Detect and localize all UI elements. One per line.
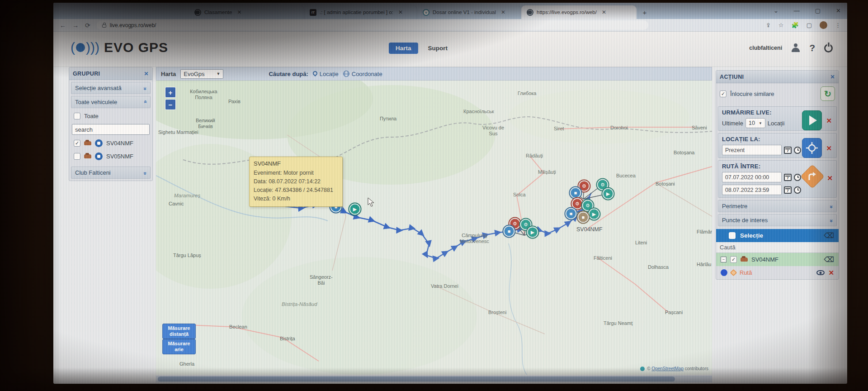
calendar-icon[interactable]: 7 bbox=[784, 147, 792, 154]
nav-suport-link[interactable]: Suport bbox=[428, 45, 448, 52]
backspace-clear-icon[interactable]: ⌫ bbox=[824, 255, 834, 264]
selected-vehicle-checkbox[interactable]: ✓ bbox=[730, 256, 737, 263]
map-canvas[interactable]: + − SV04NMF Eveniment: Motor pornit Data… bbox=[156, 81, 712, 375]
clock-icon[interactable] bbox=[794, 147, 801, 154]
toate-checkbox[interactable] bbox=[74, 113, 80, 119]
map-marker-teal-play[interactable]: ▶ bbox=[527, 227, 538, 238]
browser-profile-avatar[interactable] bbox=[820, 21, 827, 29]
window-minimize-button[interactable]: — bbox=[794, 7, 800, 14]
vehicle-status-icon bbox=[95, 139, 103, 147]
map-marker-red-gear[interactable]: ⚙ bbox=[572, 198, 583, 210]
vehicle-search-input[interactable]: search bbox=[72, 124, 150, 135]
window-dropdown-icon[interactable]: ⌄ bbox=[774, 7, 778, 14]
red-gear-icon: ⚙ bbox=[582, 184, 586, 189]
calendar-icon[interactable]: 7 bbox=[784, 174, 792, 181]
map-horizontal-scrollbar[interactable] bbox=[156, 376, 712, 382]
extensions-icon[interactable]: 🧩 bbox=[791, 22, 798, 29]
help-icon[interactable]: ? bbox=[809, 43, 815, 53]
nav-harta-button[interactable]: Harta bbox=[389, 43, 418, 54]
toate-checkbox-row[interactable]: Toate bbox=[69, 110, 152, 122]
url-field[interactable]: live.evogps.ro/web/ bbox=[97, 20, 648, 30]
map-marker-blue-square[interactable]: ■ bbox=[566, 208, 577, 219]
tab-clasamente[interactable]: Clasamente ✕ bbox=[189, 5, 304, 19]
window-close-button[interactable]: ✕ bbox=[836, 7, 841, 14]
clock-icon[interactable] bbox=[794, 174, 801, 181]
new-tab-button[interactable]: + bbox=[639, 7, 650, 18]
selected-vehicle-row[interactable]: − ✓ SV04NMF ⌫ bbox=[716, 253, 839, 266]
map-marker-teal-play[interactable]: ▶ bbox=[603, 188, 614, 200]
vehicle-row-sv04nmf[interactable]: ✓ SV04NMF bbox=[69, 137, 152, 150]
groups-panel-close-icon[interactable]: ✕ bbox=[144, 71, 149, 77]
vehicle-status-icon bbox=[95, 153, 103, 160]
map-marker-brown-square[interactable]: ■ bbox=[578, 212, 589, 223]
bookmark-star-icon[interactable]: ☆ bbox=[778, 22, 784, 29]
zoom-in-button[interactable]: + bbox=[165, 87, 176, 98]
map-marker-blue-square[interactable]: ■ bbox=[504, 226, 515, 237]
window-restore-button[interactable]: ▢ bbox=[815, 7, 821, 14]
zoom-out-button[interactable]: − bbox=[165, 99, 176, 110]
live-play-button[interactable] bbox=[802, 110, 822, 130]
location-cancel-x-icon[interactable]: ✕ bbox=[826, 144, 832, 153]
search-by-coordinates[interactable]: Coordonate bbox=[343, 71, 382, 77]
backspace-clear-icon[interactable]: ⌫ bbox=[824, 231, 834, 240]
vehicle-row-sv05nmf[interactable]: SV05NMF bbox=[69, 150, 152, 163]
map-marker-teal-play[interactable]: ▶ bbox=[349, 204, 361, 215]
location-at-input[interactable]: Prezent bbox=[722, 145, 782, 155]
tab-close-icon[interactable]: ✕ bbox=[398, 9, 403, 15]
user-icon[interactable] bbox=[791, 43, 800, 52]
calendar-icon[interactable]: 7 bbox=[784, 186, 792, 194]
back-button[interactable]: ← bbox=[60, 22, 66, 29]
advanced-selection-row[interactable]: Selecție avansată » bbox=[71, 82, 151, 94]
visibility-eye-icon[interactable] bbox=[816, 270, 825, 275]
tab-close-icon[interactable]: ✕ bbox=[237, 9, 241, 15]
route-color-dot[interactable] bbox=[721, 269, 727, 276]
sidebar-icon[interactable]: ▢ bbox=[807, 22, 812, 29]
actions-panel-close-icon[interactable]: ✕ bbox=[830, 74, 835, 80]
all-vehicles-row[interactable]: Toate vehiculele » bbox=[71, 96, 151, 108]
share-icon[interactable]: ⇪ bbox=[766, 22, 771, 29]
similar-replace-checkbox[interactable]: ✓ bbox=[720, 91, 726, 97]
tab-dosar-online[interactable]: v Dosar online V1 - individual ✕ bbox=[417, 5, 521, 19]
poi-row[interactable]: Puncte de interes » bbox=[718, 214, 837, 226]
route-layer-row[interactable]: Rută ✕ bbox=[716, 266, 839, 279]
selection-row[interactable]: Selecție ⌫ bbox=[716, 229, 839, 242]
measure-area-button[interactable]: Măsurare arie bbox=[162, 339, 196, 354]
locations-count-select[interactable]: 10 ▼ bbox=[745, 118, 765, 128]
club-falticeni-row[interactable]: Club Falticeni » bbox=[71, 167, 151, 179]
perimeters-row[interactable]: Perimetre » bbox=[718, 200, 837, 212]
refresh-button[interactable]: ↻ bbox=[821, 86, 835, 101]
logout-power-icon[interactable] bbox=[824, 44, 833, 52]
search-by-location[interactable]: Locație bbox=[313, 71, 339, 77]
openstreetmap-link[interactable]: OpenStreetMap bbox=[651, 366, 684, 371]
locations-label: Locații bbox=[768, 120, 785, 127]
tab-close-icon[interactable]: ✕ bbox=[501, 9, 505, 15]
live-cancel-x-icon[interactable]: ✕ bbox=[826, 117, 832, 125]
route-delete-x-icon[interactable]: ✕ bbox=[828, 269, 834, 277]
vehicle-checkbox-checked[interactable]: ✓ bbox=[74, 140, 80, 147]
route-to-input[interactable]: 08.07.2022 23:59 bbox=[722, 185, 782, 195]
measure-distance-button[interactable]: Măsurare distanță bbox=[162, 324, 196, 339]
locate-target-button[interactable] bbox=[802, 138, 822, 158]
map-type-select[interactable]: EvoGps ▼ bbox=[180, 69, 223, 79]
route-diamond-icon bbox=[730, 269, 737, 277]
scrollbar-thumb[interactable] bbox=[158, 377, 675, 381]
select-caret-icon: ▼ bbox=[759, 121, 762, 125]
username[interactable]: clubfalticeni bbox=[749, 45, 782, 51]
forward-button[interactable]: → bbox=[72, 22, 79, 29]
reload-button[interactable]: ⟳ bbox=[85, 22, 90, 29]
browser-menu-icon[interactable]: ⋮ bbox=[835, 22, 841, 29]
collapse-icon[interactable]: − bbox=[721, 257, 726, 262]
tab-evogps-active[interactable]: https://live.evogps.ro/web/ ✕ bbox=[521, 5, 637, 19]
tab-admin-porumbei[interactable]: IT .: [ admin aplicatie porumbei ] o: ✕ bbox=[304, 5, 417, 19]
vehicle-checkbox[interactable] bbox=[74, 153, 80, 160]
tab-close-icon[interactable]: ✕ bbox=[602, 9, 606, 15]
route-cancel-x-icon[interactable]: ✕ bbox=[827, 174, 833, 182]
route-from-input[interactable]: 07.07.2022 00:00 bbox=[722, 172, 782, 182]
map-marker-teal-play[interactable]: ▶ bbox=[589, 209, 600, 220]
map-marker-blue-square[interactable]: ■ bbox=[570, 187, 581, 199]
tab-favicon bbox=[194, 9, 201, 16]
selection-checkbox[interactable] bbox=[729, 232, 736, 239]
evogps-logo[interactable]: ())) EVO GPS bbox=[71, 40, 168, 55]
clock-icon[interactable] bbox=[794, 186, 801, 194]
selection-search-input[interactable]: Caută bbox=[716, 242, 839, 253]
